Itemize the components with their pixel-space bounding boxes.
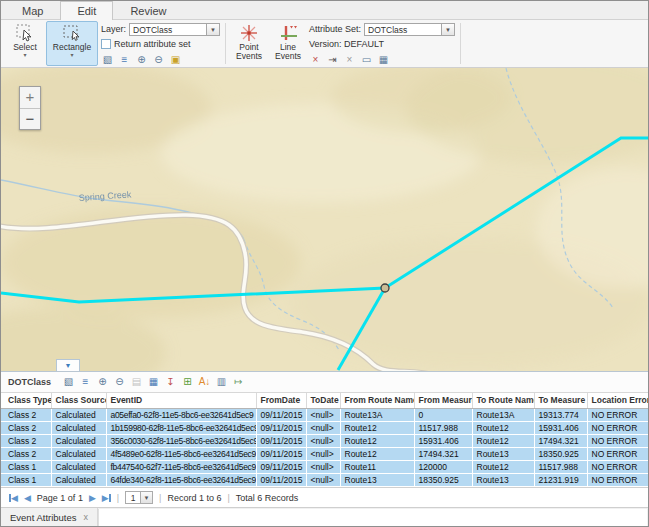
next-page-button[interactable]: ▶	[89, 493, 96, 503]
table-row[interactable]: Class 1Calculatedfb447540-62f7-11e5-8bc6…	[1, 461, 649, 474]
zoom-to-selection-icon[interactable]: ⊕	[135, 53, 148, 66]
layer-select-dropdown-icon[interactable]: ▼	[207, 23, 220, 36]
table-cell[interactable]: <null>	[306, 474, 340, 487]
pan-to-selection-icon[interactable]: ⊖	[152, 53, 165, 66]
column-header[interactable]: ToDate	[306, 393, 340, 409]
table-cell[interactable]: <null>	[306, 409, 340, 422]
table-row[interactable]: Class 2Calculateda05effa0-62f8-11e5-8bc6…	[1, 409, 649, 422]
table-cell[interactable]: Route11	[340, 461, 414, 474]
last-page-button[interactable]: ▶	[102, 493, 111, 503]
table-cell[interactable]: 4f5489e0-62f8-11e5-8bc6-ee32641d5ec9	[106, 448, 256, 461]
tab-review[interactable]: Review	[113, 1, 183, 19]
layer-select-value[interactable]: DOTClass	[129, 23, 207, 36]
table-cell[interactable]: Class 2	[1, 409, 51, 422]
zoom-to-selection-icon[interactable]: ⊕	[96, 375, 109, 388]
delete-event-icon[interactable]: ×	[309, 53, 322, 66]
previous-page-button[interactable]: ◀	[24, 493, 31, 503]
table-cell[interactable]: NO ERROR	[587, 409, 649, 422]
export-records-icon[interactable]: ↧	[164, 375, 177, 388]
column-header[interactable]: From Route Name	[340, 393, 414, 409]
table-row[interactable]: Class 2Calculated356c0030-62f8-11e5-8bc6…	[1, 435, 649, 448]
table-row[interactable]: Class 1Calculated64fde340-62f8-11e5-8bc6…	[1, 474, 649, 487]
table-cell[interactable]: <null>	[306, 448, 340, 461]
table-cell[interactable]: 09/11/2015	[256, 448, 306, 461]
add-records-icon[interactable]: ⊞	[181, 375, 194, 388]
table-cell[interactable]: Class 1	[1, 474, 51, 487]
table-cell[interactable]: 19313.774	[534, 409, 587, 422]
offset-event-icon[interactable]: ⇥	[326, 53, 339, 66]
attribute-window-icon[interactable]: ▥	[215, 375, 228, 388]
table-cell[interactable]: <null>	[306, 435, 340, 448]
event-window-icon[interactable]: ▭	[360, 53, 373, 66]
line-events-button[interactable]: Line Events	[270, 21, 306, 66]
table-cell[interactable]: 09/11/2015	[256, 422, 306, 435]
select-dropdown-caret-icon[interactable]: ▾	[23, 52, 26, 58]
table-cell[interactable]: Route13A	[340, 409, 414, 422]
column-header[interactable]: Location Error	[587, 393, 649, 409]
tab-edit[interactable]: Edit	[60, 1, 113, 20]
first-page-button[interactable]: ◀	[9, 493, 18, 503]
column-header[interactable]: Class Type	[1, 393, 51, 409]
table-cell[interactable]: Calculated	[51, 461, 106, 474]
table-cell[interactable]: Class 2	[1, 435, 51, 448]
column-header[interactable]: From Measure	[414, 393, 472, 409]
table-cell[interactable]: fb447540-62f7-11e5-8bc6-ee32641d5ec9	[106, 461, 256, 474]
table-cell[interactable]: 1b159980-62f8-11e5-8bc6-ee32641d5ec9	[106, 422, 256, 435]
table-cell[interactable]: 09/11/2015	[256, 409, 306, 422]
table-cell[interactable]: Route13A	[472, 409, 534, 422]
zoom-out-button[interactable]: −	[20, 108, 40, 129]
point-events-button[interactable]: Point Events	[231, 21, 267, 66]
column-header[interactable]: To Measure	[534, 393, 587, 409]
tab-event-attributes[interactable]: Event Attributes x	[1, 508, 98, 526]
attribute-set-select-value[interactable]: DOTClass	[364, 23, 442, 36]
column-header[interactable]: FromDate	[256, 393, 306, 409]
table-cell[interactable]: 15931.406	[414, 435, 472, 448]
map-view[interactable]: Spring Creek + − ▼	[1, 68, 648, 372]
panel-collapse-button[interactable]: ▼	[56, 359, 80, 371]
table-cell[interactable]: 18350.925	[534, 448, 587, 461]
rectangle-button[interactable]: Rectangle ▾	[46, 21, 98, 66]
table-cell[interactable]: Calculated	[51, 409, 106, 422]
close-tab-icon[interactable]: x	[84, 512, 89, 522]
zoom-in-button[interactable]: +	[20, 87, 40, 108]
select-features-icon[interactable]: ▧	[62, 375, 75, 388]
table-cell[interactable]: <null>	[306, 422, 340, 435]
table-cell[interactable]: Calculated	[51, 422, 106, 435]
attribute-set-select[interactable]: DOTClass ▼	[364, 23, 455, 36]
select-by-rectangle-icon[interactable]: ▧	[101, 53, 114, 66]
column-header[interactable]: Class Source	[51, 393, 106, 409]
table-cell[interactable]: Class 2	[1, 448, 51, 461]
table-cell[interactable]: Route13	[472, 448, 534, 461]
table-cell[interactable]: Route12	[340, 448, 414, 461]
table-row[interactable]: Class 2Calculated1b159980-62f8-11e5-8bc6…	[1, 422, 649, 435]
table-cell[interactable]: 11517.988	[414, 422, 472, 435]
table-cell[interactable]: 18350.925	[414, 474, 472, 487]
table-cell[interactable]: Calculated	[51, 474, 106, 487]
column-header[interactable]: EventID	[106, 393, 256, 409]
table-cell[interactable]: Class 1	[1, 461, 51, 474]
table-cell[interactable]: 17494.321	[414, 448, 472, 461]
table-cell[interactable]: 09/11/2015	[256, 461, 306, 474]
page-number-value[interactable]: 1	[125, 491, 141, 504]
measure-range-icon[interactable]: ↦	[232, 375, 245, 388]
table-cell[interactable]: NO ERROR	[587, 474, 649, 487]
selection-menu-icon[interactable]: ≡	[79, 375, 92, 388]
tab-map[interactable]: Map	[5, 1, 60, 19]
clear-selection-icon[interactable]: ▣	[169, 53, 182, 66]
table-cell[interactable]: 15931.406	[534, 422, 587, 435]
table-cell[interactable]: 21231.919	[534, 474, 587, 487]
table-cell[interactable]: Route12	[472, 461, 534, 474]
column-header[interactable]: To Route Name	[472, 393, 534, 409]
table-cell[interactable]: 09/11/2015	[256, 435, 306, 448]
table-cell[interactable]: Class 2	[1, 422, 51, 435]
table-cell[interactable]: <null>	[306, 461, 340, 474]
table-cell[interactable]: NO ERROR	[587, 461, 649, 474]
table-cell[interactable]: Route13	[340, 474, 414, 487]
split-event-icon[interactable]: ×	[343, 53, 356, 66]
table-cell[interactable]: NO ERROR	[587, 435, 649, 448]
layer-select[interactable]: DOTClass ▼	[129, 23, 220, 36]
switch-selection-icon[interactable]: ▦	[147, 375, 160, 388]
table-cell[interactable]: NO ERROR	[587, 448, 649, 461]
table-cell[interactable]: 09/11/2015	[256, 474, 306, 487]
table-cell[interactable]: 120000	[414, 461, 472, 474]
